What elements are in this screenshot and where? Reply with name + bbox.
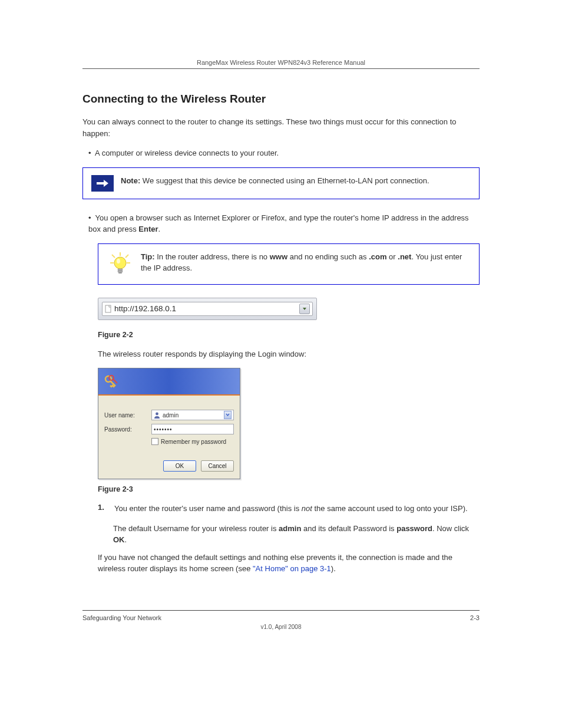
svg-point-6: [117, 259, 120, 263]
password-input[interactable]: •••••••: [151, 424, 234, 434]
footer-left: Safeguarding Your Network: [82, 614, 161, 621]
tip-text: Tip: In the router address, there is no …: [141, 251, 471, 274]
page-icon: [105, 305, 112, 313]
keys-icon: [103, 373, 120, 390]
username-value: admin: [160, 412, 224, 419]
figure-1-caption: Figure 2-2: [98, 331, 480, 339]
url-text: http://192.168.0.1: [112, 304, 298, 313]
running-header: RangeMax Wireless Router WPN824v3 Refere…: [82, 59, 480, 66]
closing-paragraph: If you have not changed the default sett…: [98, 552, 480, 575]
section-heading: Connecting to the Wireless Router: [82, 93, 480, 106]
address-bar-figure: http://192.168.0.1: [98, 298, 480, 320]
svg-point-5: [114, 257, 126, 269]
username-label: User name:: [104, 412, 151, 419]
svg-rect-8: [118, 271, 123, 272]
step-1-text: You enter the router's user name and pas…: [114, 503, 480, 515]
footer-version: v1.0, April 2008: [82, 624, 480, 630]
svg-rect-9: [118, 272, 122, 274]
page-footer: Safeguarding Your Network 2-3: [82, 610, 480, 621]
after-figure1-text: The wireless router responds by displayi…: [98, 348, 480, 360]
login-dialog-header: [98, 368, 240, 394]
login-dialog: User name: admin Password: ••••••• Remem…: [98, 368, 240, 479]
user-icon: [154, 411, 160, 419]
chevron-down-icon[interactable]: [224, 411, 232, 419]
note-text: Note: We suggest that this device be con…: [121, 175, 429, 187]
svg-point-13: [156, 413, 158, 416]
lightbulb-icon: [107, 251, 134, 277]
intro-paragraph: You can always connect to the router to …: [82, 116, 480, 139]
cancel-button[interactable]: Cancel: [201, 460, 234, 472]
tip-box: Tip: In the router address, there is no …: [98, 243, 480, 285]
step-1a-text: The default Username for your wireless r…: [113, 523, 480, 546]
svg-line-1: [112, 255, 115, 258]
remember-label: Remember my password: [161, 439, 226, 445]
svg-rect-7: [118, 269, 123, 271]
dropdown-icon[interactable]: [299, 304, 310, 314]
username-input[interactable]: admin: [151, 410, 234, 420]
password-label: Password:: [104, 426, 151, 433]
ok-button[interactable]: OK: [163, 460, 196, 472]
password-value: •••••••: [154, 426, 173, 433]
footer-right: 2-3: [470, 614, 480, 621]
arrow-icon: [91, 175, 114, 192]
cross-reference-link[interactable]: "At Home" on page 3-1: [253, 564, 331, 573]
step-number: 1.: [98, 503, 108, 515]
svg-line-2: [125, 255, 128, 258]
figure-2-caption: Figure 2-3: [98, 485, 480, 493]
bullet-2: • You open a browser such as Internet Ex…: [88, 212, 480, 235]
note-box: Note: We suggest that this device be con…: [82, 167, 480, 199]
remember-checkbox[interactable]: [151, 438, 158, 445]
bullet-1: • A computer or wireless device connects…: [88, 147, 480, 159]
url-input[interactable]: http://192.168.0.1: [102, 302, 313, 316]
svg-rect-10: [105, 305, 111, 312]
